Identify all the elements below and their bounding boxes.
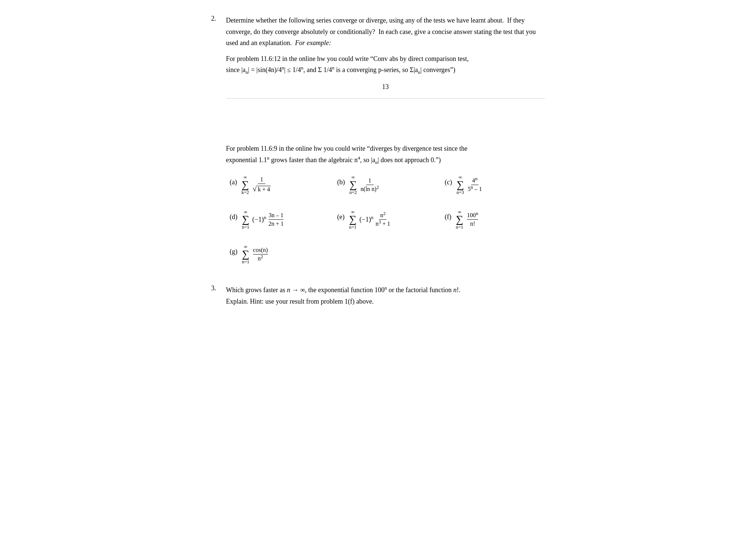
series-e: (e) ∞ ∑ n=1 (−1)n n2 n3 + 1	[337, 209, 437, 229]
fraction-d-denom: 2n + 1	[268, 220, 283, 227]
sqrt-radical-a: √	[253, 185, 257, 193]
fraction-e-denom: n3 + 1	[375, 220, 390, 227]
sigma-g-sub: n=1	[242, 259, 249, 264]
fraction-b: 1 n(ln n)2	[361, 177, 379, 192]
sigma-b-sym: ∑	[350, 180, 357, 190]
fraction-a-num: 1	[258, 176, 265, 184]
series-a: (a) ∞ ∑ k=2 1 √k + 4	[230, 175, 330, 195]
problem-3-content: Which grows faster as n → ∞, the exponen…	[226, 284, 545, 311]
problem-2-number: 2.	[211, 15, 222, 277]
sigma-f-sub: n=1	[456, 225, 463, 229]
fraction-f-num: 100n	[467, 212, 479, 220]
fraction-g: cos(n) n2	[253, 247, 268, 262]
for-problem-text: For problem 11.6:9 in the online hw you …	[226, 143, 545, 165]
sigma-a: ∞ ∑ k=2	[241, 175, 249, 195]
problem-2-content: Determine whether the following series c…	[226, 15, 545, 277]
sigma-f-sym: ∑	[456, 214, 463, 225]
fraction-g-denom: n2	[258, 254, 263, 262]
fraction-f: 100n n!	[467, 212, 479, 227]
fraction-f-denom: n!	[470, 220, 475, 227]
problem-3: 3. Which grows faster as n → ∞, the expo…	[211, 284, 545, 311]
series-d-label: (d)	[230, 209, 238, 221]
series-g-label: (g)	[230, 244, 238, 256]
sigma-c-sub: n=3	[456, 190, 464, 195]
problem-2: 2. Determine whether the following serie…	[211, 15, 545, 277]
series-grid: (a) ∞ ∑ k=2 1 √k + 4	[226, 175, 545, 264]
sigma-a-sub: k=2	[241, 190, 249, 195]
problem-3-number: 3.	[211, 284, 222, 311]
sigma-b: ∞ ∑ n=2	[350, 175, 357, 195]
series-e-label: (e)	[337, 209, 345, 221]
page-number: 13	[226, 83, 545, 91]
sigma-d: ∞ ∑ n=1	[242, 209, 249, 229]
sigma-d-sub: n=1	[242, 225, 249, 229]
section-divider	[226, 98, 545, 99]
fraction-d: 3n – 1 2n + 1	[268, 212, 283, 227]
fraction-c: 4n 5n – 1	[468, 177, 482, 192]
series-c-label: (c)	[445, 175, 452, 186]
series-d: (d) ∞ ∑ n=1 (−1)n 3n – 1 2n + 1	[230, 209, 330, 229]
series-a-label: (a)	[230, 175, 237, 186]
example-text-block: For problem 11.6:12 in the online hw you…	[226, 53, 545, 76]
sigma-e-sub: n=1	[349, 225, 356, 229]
problem-3-text: Which grows faster as n → ∞, the exponen…	[226, 284, 545, 307]
sigma-b-sub: n=2	[350, 190, 357, 195]
fraction-e: n2 n3 + 1	[375, 212, 390, 227]
sigma-e: ∞ ∑ n=1	[349, 209, 356, 229]
problem-2-text: Determine whether the following series c…	[226, 15, 545, 49]
series-g: (g) ∞ ∑ n=1 cos(n) n2	[230, 244, 330, 264]
sigma-d-sym: ∑	[242, 214, 249, 225]
sqrt-content-a: k + 4	[257, 186, 271, 192]
fraction-a-denom: √k + 4	[253, 184, 271, 193]
fraction-c-denom: 5n – 1	[468, 185, 482, 192]
fraction-b-num: 1	[366, 177, 374, 185]
series-e-sign: (−1)n	[360, 216, 374, 223]
sigma-g-sym: ∑	[242, 249, 249, 259]
sigma-c-sym: ∑	[457, 180, 464, 190]
series-f: (f) ∞ ∑ n=1 100n n!	[445, 209, 545, 229]
example-label: For example:	[295, 39, 331, 47]
fraction-a: 1 √k + 4	[253, 176, 271, 193]
sigma-g: ∞ ∑ n=1	[242, 244, 249, 264]
sigma-f: ∞ ∑ n=1	[456, 209, 463, 229]
fraction-b-denom: n(ln n)2	[361, 185, 379, 192]
series-c: (c) ∞ ∑ n=3 4n 5n – 1	[445, 175, 545, 195]
series-b-label: (b)	[337, 175, 345, 186]
sigma-a-sym: ∑	[242, 180, 249, 190]
series-f-label: (f)	[445, 209, 452, 221]
fraction-d-num: 3n – 1	[269, 212, 283, 220]
sigma-e-sym: ∑	[349, 214, 357, 225]
series-b: (b) ∞ ∑ n=2 1 n(ln n)2	[337, 175, 437, 195]
sigma-c: ∞ ∑ n=3	[456, 175, 464, 195]
series-d-sign: (−1)n	[252, 216, 266, 223]
